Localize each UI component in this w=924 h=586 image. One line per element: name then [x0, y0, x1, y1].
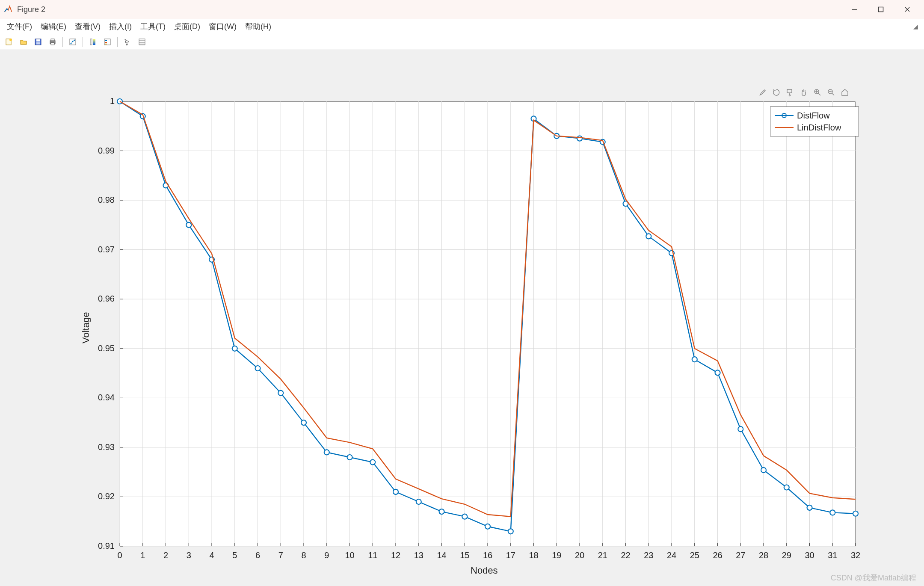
- menubar: 文件(F) 编辑(E) 查看(V) 插入(I) 工具(T) 桌面(D) 窗口(W…: [0, 19, 924, 34]
- ytick-label: 0.98: [98, 195, 115, 205]
- menu-edit[interactable]: 编辑(E): [36, 20, 71, 33]
- edit-plot-button[interactable]: [121, 36, 134, 48]
- xtick-label: 7: [275, 550, 287, 560]
- xtick-label: 23: [643, 550, 654, 560]
- svg-point-146: [789, 95, 791, 96]
- insert-colorbar-button[interactable]: [86, 36, 99, 48]
- titlebar: Figure 2: [0, 0, 924, 19]
- xtick-label: 14: [436, 550, 448, 560]
- matlab-logo-icon: [3, 5, 13, 14]
- xtick-label: 24: [666, 550, 678, 560]
- xtick-label: 21: [597, 550, 609, 560]
- maximize-button[interactable]: [868, 1, 894, 18]
- svg-point-126: [439, 509, 444, 514]
- menu-file[interactable]: 文件(F): [3, 20, 36, 33]
- svg-rect-7: [36, 39, 40, 41]
- toolbar-sep: [83, 37, 83, 47]
- toolbar-sep: [62, 37, 63, 47]
- menu-insert[interactable]: 插入(I): [105, 20, 136, 33]
- svg-point-127: [462, 514, 467, 519]
- svg-point-139: [738, 426, 743, 432]
- svg-point-120: [301, 420, 306, 425]
- ytick-label: 1: [110, 96, 115, 106]
- print-button[interactable]: [46, 36, 59, 48]
- window-title: Figure 2: [17, 5, 45, 14]
- svg-point-141: [784, 485, 789, 490]
- svg-point-137: [692, 357, 697, 362]
- xtick-label: 10: [344, 550, 356, 560]
- open-property-inspector-button[interactable]: [136, 36, 148, 48]
- toolbar-sep: [117, 37, 118, 47]
- xtick-label: 26: [712, 550, 724, 560]
- menubar-overflow-icon[interactable]: ◢: [913, 23, 918, 30]
- legend-label-lindistflow: LinDistFlow: [797, 123, 841, 133]
- svg-point-117: [232, 346, 237, 351]
- insert-legend-button[interactable]: [101, 36, 114, 48]
- close-button[interactable]: [894, 1, 921, 18]
- svg-point-124: [393, 489, 398, 494]
- minimize-button[interactable]: [841, 1, 868, 18]
- svg-point-125: [416, 499, 421, 504]
- svg-point-122: [347, 455, 352, 460]
- menu-help[interactable]: 帮助(H): [241, 20, 275, 33]
- xtick-label: 5: [229, 550, 241, 560]
- svg-point-119: [278, 391, 283, 396]
- xtick-label: 27: [734, 550, 746, 560]
- data-cursor-icon[interactable]: [785, 87, 796, 98]
- xtick-label: 12: [390, 550, 402, 560]
- new-figure-button[interactable]: [3, 36, 15, 48]
- svg-point-132: [577, 136, 582, 141]
- link-plot-button[interactable]: [66, 36, 79, 48]
- svg-point-142: [807, 505, 812, 510]
- zoom-in-icon[interactable]: [812, 87, 823, 98]
- svg-point-143: [830, 510, 835, 515]
- svg-point-129: [508, 529, 513, 534]
- open-button[interactable]: [17, 36, 30, 48]
- xtick-label: 15: [459, 550, 471, 560]
- zoom-out-icon[interactable]: [826, 87, 837, 98]
- pan-icon[interactable]: [798, 87, 809, 98]
- save-button[interactable]: [32, 36, 44, 48]
- svg-point-135: [646, 234, 651, 239]
- xtick-label: 2: [160, 550, 172, 560]
- svg-rect-17: [93, 39, 95, 45]
- svg-rect-10: [51, 39, 54, 41]
- svg-point-118: [255, 366, 261, 371]
- svg-point-128: [485, 524, 490, 529]
- ytick-label: 0.92: [98, 491, 115, 501]
- menu-desktop[interactable]: 桌面(D): [170, 20, 204, 33]
- xtick-label: 13: [413, 550, 425, 560]
- ytick-label: 0.93: [98, 442, 115, 452]
- rotate-icon[interactable]: [771, 87, 782, 98]
- xtick-label: 11: [367, 550, 379, 560]
- restore-view-icon[interactable]: [839, 87, 850, 98]
- brush-icon[interactable]: [757, 87, 768, 98]
- svg-point-5: [9, 38, 12, 41]
- axes-toolbar: [757, 87, 850, 98]
- xtick-label: 31: [826, 550, 838, 560]
- svg-point-144: [853, 511, 858, 516]
- menu-tools[interactable]: 工具(T): [136, 20, 170, 33]
- ytick-label: 0.95: [98, 343, 115, 353]
- xtick-label: 16: [482, 550, 494, 560]
- menu-window[interactable]: 窗口(W): [204, 20, 241, 33]
- xtick-label: 22: [620, 550, 632, 560]
- svg-rect-145: [787, 89, 792, 93]
- xtick-label: 0: [114, 550, 126, 560]
- svg-point-138: [715, 370, 720, 375]
- xtick-label: 25: [689, 550, 701, 560]
- legend-entry-lindistflow: LinDistFlow: [775, 121, 854, 133]
- xtick-label: 32: [850, 550, 862, 560]
- ytick-label: 0.97: [98, 245, 115, 255]
- svg-point-140: [761, 468, 766, 473]
- xtick-label: 28: [758, 550, 770, 560]
- menu-view[interactable]: 查看(V): [71, 20, 105, 33]
- xtick-label: 1: [137, 550, 149, 560]
- xtick-label: 6: [252, 550, 264, 560]
- xtick-label: 19: [551, 550, 563, 560]
- legend[interactable]: DistFlow LinDistFlow: [770, 107, 859, 136]
- xtick-label: 20: [574, 550, 586, 560]
- xtick-label: 4: [206, 550, 218, 560]
- ytick-label: 0.94: [98, 393, 115, 403]
- legend-swatch-distflow: [775, 111, 794, 120]
